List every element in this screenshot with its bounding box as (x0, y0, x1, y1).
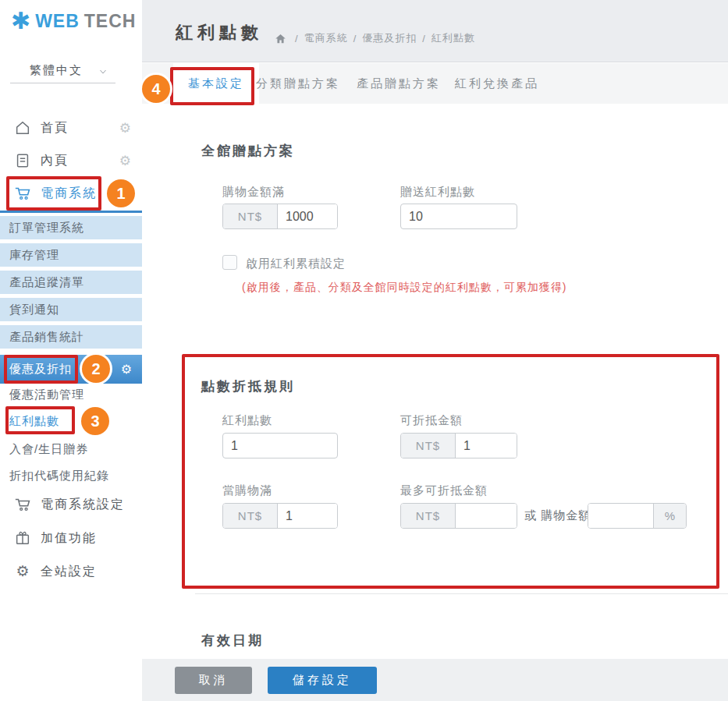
sidebar-item-bonus-points[interactable]: 紅利點數 (0, 410, 142, 432)
logo-text-web: WEB (35, 11, 80, 32)
cart-icon (14, 496, 31, 513)
tab-category-points[interactable]: 分類贈點方案 (256, 63, 340, 104)
annotation-badge-3: 3 (81, 407, 109, 435)
currency-prefix: NT$ (223, 204, 278, 228)
language-underline (10, 83, 115, 83)
currency-prefix: NT$ (223, 504, 278, 528)
or-purchase-amount-label: 或 購物金額 (524, 508, 591, 523)
language-selector[interactable]: 繁體中文 (30, 63, 83, 78)
sidebar-item-inner-pages[interactable]: 內頁 ⚙ (0, 148, 142, 173)
document-icon (14, 152, 31, 169)
sidebar-item-label: 折扣代碼使用紀錄 (9, 469, 109, 483)
field-label-bonus-points: 紅利點數 (222, 413, 272, 428)
home-icon[interactable] (275, 33, 286, 44)
sidebar-item-label: 貨到通知 (9, 303, 59, 317)
logo-text-tech: TECH (84, 11, 137, 32)
breadcrumb-separator: / (353, 33, 357, 44)
gift-icon (14, 529, 31, 547)
tab-label: 分類贈點方案 (256, 76, 340, 91)
sidebar-item-label: 加值功能 (41, 530, 97, 547)
chevron-down-icon[interactable] (98, 67, 108, 76)
sidebar-item-label: 電商系統設定 (41, 497, 125, 513)
breadcrumb-item[interactable]: 優惠及折扣 (362, 31, 417, 45)
sidebar-item-label: 優惠活動管理 (9, 388, 84, 402)
sidebar-item-orders[interactable]: 訂單管理系統 (0, 216, 142, 239)
give-points-input[interactable] (400, 204, 517, 229)
accumulate-hint-text: (啟用後，產品、分類及全館同時設定的紅利點數，可累加獲得) (242, 281, 566, 295)
page-title: 紅利點數 (176, 21, 263, 44)
spend-amount-input[interactable] (278, 204, 337, 228)
save-settings-button[interactable]: 儲存設定 (268, 667, 377, 694)
gear-icon[interactable]: ⚙ (119, 153, 131, 169)
sidebar-item-label: 產品銷售統計 (9, 330, 84, 345)
currency-prefix: NT$ (401, 504, 456, 528)
sidebar-item-label: 訂單管理系統 (9, 221, 84, 235)
tab-basic-settings[interactable]: 基本設定 (173, 63, 259, 104)
tab-redeem-products[interactable]: 紅利兌換產品 (455, 63, 539, 104)
tab-product-points[interactable]: 產品贈點方案 (357, 63, 441, 104)
breadcrumb-separator: / (295, 33, 299, 44)
section-heading-store-plan: 全館贈點方案 (201, 142, 295, 160)
gear-icon: ⚙ (14, 563, 31, 580)
sidebar-item-label: 產品追蹤清單 (9, 275, 84, 290)
section-heading-redeem-rules: 點數折抵規則 (201, 377, 295, 395)
sidebar-item-label: 內頁 (41, 153, 69, 169)
cart-icon (14, 185, 31, 202)
sidebar-item-site-settings[interactable]: ⚙ 全站設定 (0, 559, 142, 584)
bonus-points-input[interactable] (222, 433, 338, 458)
sidebar-item-label: 電商系統 (41, 186, 97, 202)
sidebar: ✱ WEB TECH 繁體中文 首頁 ⚙ 內頁 ⚙ (0, 0, 142, 701)
logo: ✱ WEB TECH (11, 9, 136, 33)
annotation-badge-4: 4 (142, 75, 170, 103)
sidebar-item-ecommerce-settings[interactable]: 電商系統設定 (0, 492, 142, 517)
sidebar-item-arrival-notice[interactable]: 貨到通知 (0, 298, 142, 321)
sidebar-item-label: 庫存管理 (9, 248, 59, 263)
gear-icon[interactable]: ⚙ (119, 120, 131, 136)
max-deduct-group: NT$ (400, 503, 517, 529)
tab-label: 產品贈點方案 (357, 76, 441, 91)
field-label-max-deduct: 最多可折抵金額 (400, 483, 488, 498)
min-purchase-input[interactable] (278, 504, 337, 528)
bonus-points-settings-page: ✱ WEB TECH 繁體中文 首頁 ⚙ 內頁 ⚙ (0, 0, 728, 701)
gear-icon[interactable]: ⚙ (121, 362, 133, 377)
spend-amount-group: NT$ (222, 204, 338, 229)
sidebar-item-sales-stats[interactable]: 產品銷售統計 (0, 325, 142, 349)
percent-group: % (588, 503, 687, 529)
breadcrumb: / 電商系統 / 優惠及折扣 / 紅利點數 (275, 31, 475, 45)
deduct-amount-input[interactable] (456, 434, 517, 458)
percent-suffix: % (653, 504, 686, 528)
accumulate-checkbox[interactable] (222, 255, 237, 270)
sidebar-item-campaigns[interactable]: 優惠活動管理 (0, 384, 142, 405)
tab-label: 基本設定 (188, 76, 244, 91)
cancel-button[interactable]: 取消 (175, 667, 252, 694)
sidebar-item-home[interactable]: 首頁 ⚙ (0, 115, 142, 140)
percent-input[interactable] (588, 504, 653, 528)
sidebar-item-addons[interactable]: 加值功能 (0, 526, 142, 551)
currency-prefix: NT$ (401, 434, 456, 458)
annotation-badge-1: 1 (107, 179, 135, 207)
field-label-deduct-amount: 可折抵金額 (400, 413, 463, 428)
sidebar-item-code-history[interactable]: 折扣代碼使用紀錄 (0, 465, 142, 487)
sidebar-item-label: 首頁 (41, 120, 69, 136)
breadcrumb-separator: / (422, 33, 426, 44)
logo-asterisk-icon: ✱ (11, 9, 30, 33)
sidebar-item-label: 紅利點數 (9, 414, 59, 429)
field-label-spend: 購物金額滿 (222, 185, 285, 200)
breadcrumb-item[interactable]: 電商系統 (304, 31, 348, 45)
breadcrumb-item: 紅利點數 (431, 31, 475, 45)
sidebar-item-label: 入會/生日贈券 (9, 442, 88, 457)
max-deduct-input[interactable] (456, 504, 517, 528)
accumulate-checkbox-label[interactable]: 啟用紅利累積設定 (246, 257, 346, 271)
sidebar-item-label: 優惠及折扣 (9, 362, 72, 377)
home-icon (14, 119, 31, 136)
sidebar-item-birthday-coupon[interactable]: 入會/生日贈券 (0, 438, 142, 460)
sidebar-item-label: 全站設定 (41, 564, 97, 580)
section-divider (195, 593, 728, 594)
annotation-badge-2: 2 (82, 355, 110, 383)
field-label-min-purchase: 當購物滿 (222, 483, 272, 498)
sidebar-item-discounts[interactable]: 優惠及折扣 ⚙ (0, 355, 142, 384)
deduct-amount-group: NT$ (400, 433, 517, 458)
sidebar-item-inventory[interactable]: 庫存管理 (0, 243, 142, 267)
section-heading-valid-date: 有效日期 (201, 632, 264, 650)
sidebar-item-product-tracking[interactable]: 產品追蹤清單 (0, 271, 142, 294)
